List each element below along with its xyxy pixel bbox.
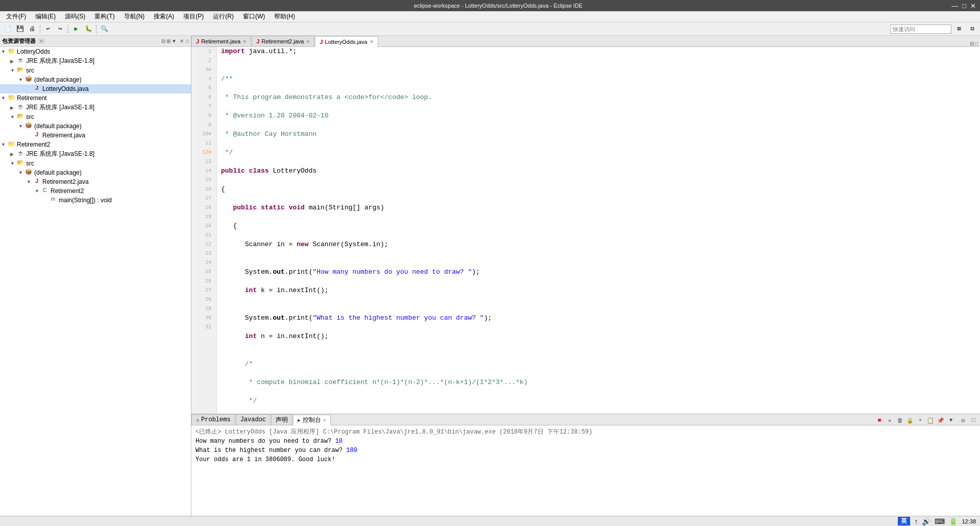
tab-retirement2-close[interactable]: ✕ — [306, 39, 310, 44]
pe-menu-btn[interactable]: ▼ — [172, 38, 177, 44]
console-output-3: Your odds are 1 in 3806089. Good luck! — [195, 455, 976, 464]
project-lotteryodds[interactable]: ▼ 📁 LotteryOdds — [0, 47, 191, 56]
file-retirement-java[interactable]: J Retirement.java — [0, 131, 191, 140]
menu-search[interactable]: 搜索(A) — [150, 11, 178, 22]
menu-project[interactable]: 项目(P) — [179, 11, 208, 22]
pe-maximize-btn[interactable]: □ — [186, 38, 189, 44]
src-retirement-label: src — [26, 113, 34, 121]
java-file-icon: J — [33, 178, 41, 186]
file-lotteryodds-java[interactable]: J LotteryOdds.java — [0, 84, 191, 93]
maximize-button[interactable]: □ — [962, 2, 966, 10]
console-new-btn[interactable]: + — [916, 416, 925, 425]
tab-retirement2-label: Retirement2.java — [261, 38, 304, 44]
editor-minimize-btn[interactable]: ⊟ — [970, 41, 974, 46]
menu-file[interactable]: 文件(F) — [2, 11, 30, 22]
toolbar-undo[interactable]: ↩ — [42, 23, 54, 35]
toolbar-redo[interactable]: ↪ — [55, 23, 66, 35]
pe-close-btn[interactable]: ✕ — [180, 38, 184, 44]
toolbar-open-perspective[interactable]: ⊟ — [967, 23, 978, 35]
toolbar-save[interactable]: 💾 — [14, 23, 26, 35]
console-output-2: What is the highest number you can draw?… — [195, 446, 976, 455]
method-icon: m — [49, 196, 57, 204]
tab-lotteryodds-label: LotteryOdds.java — [325, 39, 368, 45]
toolbar-new[interactable]: 📄 — [2, 23, 13, 35]
code-editor[interactable]: 12 3⊕ 456789 10⊕ 11 12⊕ 1314151617181920… — [191, 47, 980, 414]
console-scroll-lock-btn[interactable]: 🔒 — [905, 416, 915, 425]
toolbar-perspectives[interactable]: ⊞ — [953, 23, 965, 35]
menu-help[interactable]: 帮助(H) — [270, 11, 299, 22]
jre-lotteryodds[interactable]: ▶ ☕ JRE 系统库 [JavaSE-1.8] — [0, 56, 191, 66]
toolbar-run[interactable]: ▶ — [70, 23, 82, 35]
class-retirement2-label: Retirement2 — [51, 187, 84, 195]
package-icon: 📦 — [24, 122, 33, 130]
console-options-btn[interactable]: ▼ — [946, 416, 955, 425]
close-button[interactable]: ✕ — [970, 2, 976, 10]
tab-lotteryodds-close[interactable]: ✕ — [370, 39, 374, 44]
tab-declaration[interactable]: 声明 — [271, 414, 292, 425]
pe-collapse-btn[interactable]: ⊟ — [161, 38, 165, 44]
project-retirement[interactable]: ▼ 📁 Retirement — [0, 93, 191, 103]
code-content[interactable]: import java.util.*; /** * This program d… — [217, 47, 980, 414]
tab-problems[interactable]: ⚠ Problems — [191, 414, 235, 425]
project-icon: 📁 — [7, 94, 15, 102]
tab-retirement-close[interactable]: ✕ — [242, 39, 247, 44]
problems-icon: ⚠ — [196, 417, 199, 423]
status-icon-3: ⌨ — [935, 517, 945, 525]
menu-source[interactable]: 源码(S) — [61, 11, 89, 22]
menu-bar: 文件(F) 编辑(E) 源码(S) 重构(T) 导航(N) 搜索(A) 项目(P… — [0, 11, 980, 22]
menu-window[interactable]: 窗口(W) — [239, 11, 269, 22]
project-retirement2[interactable]: ▼ 📁 Retirement2 — [0, 140, 191, 149]
console-remove-btn[interactable]: ✕ — [885, 416, 894, 425]
toolbar-debug[interactable]: 🐛 — [83, 23, 94, 35]
tab-lotteryodds[interactable]: J LotteryOdds.java ✕ — [315, 36, 378, 47]
package-retirement2-label: (default package) — [34, 169, 82, 176]
package-icon: 📦 — [24, 76, 33, 84]
package-retirement-default[interactable]: ▼ 📦 (default package) — [0, 122, 191, 131]
package-icon: 📦 — [24, 169, 33, 177]
method-main[interactable]: m main(String[]) : void — [0, 196, 191, 205]
console-copy-btn[interactable]: 📋 — [926, 416, 935, 425]
menu-refactor[interactable]: 重构(T) — [90, 11, 118, 22]
menu-navigate[interactable]: 导航(N) — [120, 11, 149, 22]
panel-maximize-btn[interactable]: □ — [969, 416, 978, 425]
window-controls[interactable]: — □ ✕ — [951, 2, 976, 10]
jre-retirement[interactable]: ▶ ☕ JRE 系统库 [JavaSE-1.8] — [0, 103, 191, 112]
editor-maximize-btn[interactable]: □ — [975, 41, 978, 46]
menu-run[interactable]: 运行(R) — [209, 11, 238, 22]
src-lotteryodds[interactable]: ▼ 📂 src — [0, 66, 191, 75]
console-icon: ▶ — [298, 417, 301, 423]
tab-console[interactable]: ▶ 控制台 ✕ — [293, 415, 331, 425]
editor-area: J Retirement.java ✕ J Retirement2.java ✕… — [191, 36, 980, 516]
console-pin-btn[interactable]: 📌 — [936, 416, 945, 425]
src-retirement[interactable]: ▼ 📂 src — [0, 112, 191, 122]
editor-tab-bar: J Retirement.java ✕ J Retirement2.java ✕… — [191, 36, 980, 47]
console-header-line: <已终止> LotteryOdds [Java 应用程序] C:\Program… — [195, 427, 976, 437]
console-terminate-btn[interactable]: ■ — [875, 416, 884, 425]
menu-edit[interactable]: 编辑(E) — [31, 11, 60, 22]
tab-retirement-label: Retirement.java — [201, 38, 240, 44]
tab-console-label: 控制台 — [303, 416, 321, 424]
jre-icon: ☕ — [16, 57, 24, 65]
minimize-button[interactable]: — — [951, 2, 958, 10]
toolbar-search[interactable]: 🔍 — [99, 23, 110, 35]
tab-retirement[interactable]: J Retirement.java ✕ — [191, 36, 251, 46]
file-retirement2-java[interactable]: ▼ J Retirement2.java — [0, 177, 191, 186]
jre-retirement2[interactable]: ▶ ☕ JRE 系统库 [JavaSE-1.8] — [0, 149, 191, 159]
src-retirement2[interactable]: ▼ 📂 src — [0, 159, 191, 168]
line-numbers: 12 3⊕ 456789 10⊕ 11 12⊕ 1314151617181920… — [191, 47, 217, 414]
tab-javadoc[interactable]: Javadoc — [236, 414, 271, 425]
title-bar: eclipse-workspace - LotteryOdds/src/Lott… — [0, 0, 980, 11]
console-clear-btn[interactable]: 🗑 — [895, 416, 904, 425]
panel-minimize-btn[interactable]: ⊟ — [959, 416, 968, 425]
quick-access-input[interactable] — [890, 25, 951, 34]
package-lotteryodds-default[interactable]: ▼ 📦 (default package) — [0, 75, 191, 84]
project-lotteryodds-label: LotteryOdds — [17, 48, 50, 55]
package-retirement2-default[interactable]: ▼ 📦 (default package) — [0, 168, 191, 177]
bottom-tab-row: ⚠ Problems Javadoc 声明 ▶ 控制台 ✕ ■ ✕ 🗑 — [191, 414, 980, 425]
class-retirement2[interactable]: ▼ C Retirement2 — [0, 186, 191, 196]
pe-expand-btn[interactable]: ⊞ — [166, 38, 170, 44]
src-lotteryodds-label: src — [26, 67, 34, 74]
tab-retirement2[interactable]: J Retirement2.java ✕ — [252, 36, 314, 46]
toolbar-print[interactable]: 🖨 — [27, 23, 38, 35]
expand-arrow: ▼ — [1, 49, 7, 54]
